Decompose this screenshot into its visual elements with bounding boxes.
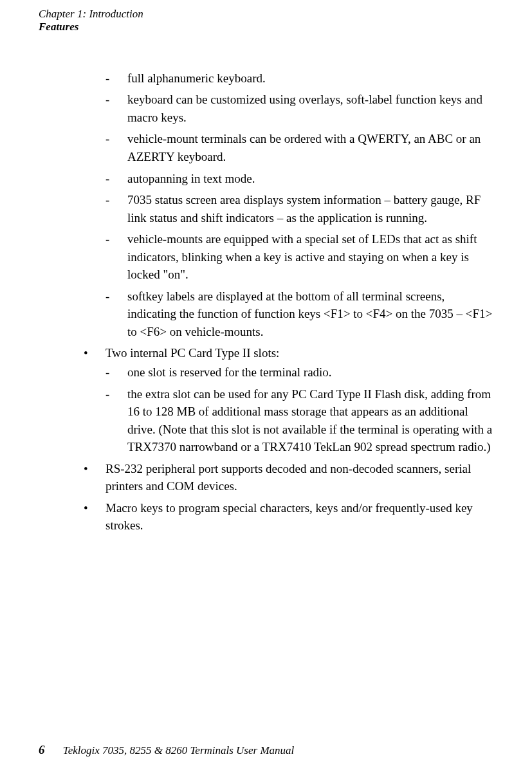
list-item: autopanning in text mode. bbox=[105, 170, 493, 188]
list-item: softkey labels are displayed at the bott… bbox=[105, 288, 493, 341]
list-item: Two internal PC Card Type II slots: one … bbox=[84, 344, 493, 455]
list-item: full alphanumeric keyboard. bbox=[105, 69, 493, 87]
section-label: Features bbox=[39, 21, 493, 33]
list-text: keyboard can be customized using overlay… bbox=[127, 93, 482, 124]
page-header: Chapter 1: Introduction Features bbox=[39, 8, 493, 34]
list-text: autopanning in text mode. bbox=[127, 172, 255, 185]
bullet-list: Two internal PC Card Type II slots: one … bbox=[84, 344, 493, 534]
page-footer: 6 Teklogix 7035, 8255 & 8260 Terminals U… bbox=[0, 743, 532, 757]
chapter-label: Chapter 1: Introduction bbox=[39, 8, 493, 21]
list-item: one slot is reserved for the terminal ra… bbox=[105, 363, 493, 381]
list-item: the extra slot can be used for any PC Ca… bbox=[105, 385, 493, 456]
list-text: Two internal PC Card Type II slots: bbox=[105, 346, 279, 360]
nested-dash-list: one slot is reserved for the terminal ra… bbox=[105, 363, 493, 456]
list-item: vehicle-mount terminals can be ordered w… bbox=[105, 130, 493, 165]
list-text: 7035 status screen area displays system … bbox=[127, 193, 481, 225]
list-text: full alphanumeric keyboard. bbox=[127, 71, 266, 85]
list-item: RS-232 peripheral port supports decoded … bbox=[84, 460, 493, 495]
continuation-dash-list: full alphanumeric keyboard. keyboard can… bbox=[84, 69, 493, 341]
list-text: RS-232 peripheral port supports decoded … bbox=[105, 462, 471, 493]
list-text: vehicle-mount terminals can be ordered w… bbox=[127, 132, 481, 163]
list-item: 7035 status screen area displays system … bbox=[105, 191, 493, 226]
body-content: full alphanumeric keyboard. keyboard can… bbox=[39, 69, 493, 535]
list-text: Macro keys to program special characters… bbox=[105, 501, 473, 533]
list-text: vehicle-mounts are equipped with a speci… bbox=[127, 232, 477, 281]
list-text: softkey labels are displayed at the bott… bbox=[127, 289, 492, 338]
list-item: Macro keys to program special characters… bbox=[84, 499, 493, 535]
list-text: one slot is reserved for the terminal ra… bbox=[127, 365, 332, 379]
footer-title: Teklogix 7035, 8255 & 8260 Terminals Use… bbox=[63, 744, 295, 756]
page-number: 6 bbox=[39, 743, 45, 756]
list-item: keyboard can be customized using overlay… bbox=[105, 91, 493, 126]
list-text: the extra slot can be used for any PC Ca… bbox=[127, 387, 492, 454]
list-item: vehicle-mounts are equipped with a speci… bbox=[105, 230, 493, 284]
